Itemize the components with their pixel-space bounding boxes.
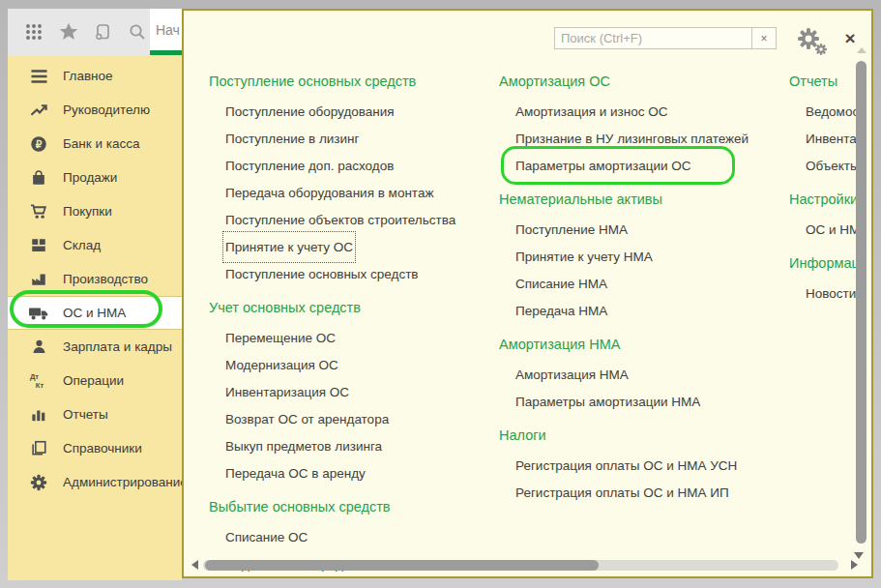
ruble-icon: ₽ [28,134,49,154]
sidebar-item-12[interactable]: Администрирование [8,465,182,499]
menu-item[interactable]: Передача НМА [515,298,607,324]
menu-item[interactable]: Поступление объектов строительства [225,207,455,233]
section-title[interactable]: Отчеты [789,72,863,91]
search-icon [128,22,147,42]
menu-item[interactable]: Поступление доп. расходов [225,153,394,179]
sidebar-item-2[interactable]: ₽Банк и касса [8,127,182,161]
menu-item-row: Признание в НУ лизинговых платежей [499,125,779,152]
sidebar-item-8[interactable]: Зарплата и кадры [8,330,182,364]
menu-item[interactable]: Возврат ОС от арендатора [225,406,389,432]
menu-section: НалогиРегистрация оплаты ОС и НМА УСНРег… [499,426,779,506]
menu-item[interactable]: Регистрация оплаты ОС и НМА УСН [515,453,737,479]
menu-item-row: Перемещение ОС [209,324,489,351]
menu-item-row: Амортизация и износ ОС [499,98,779,125]
toolbar-button-search-icon[interactable] [125,18,150,45]
settings-gears-icon[interactable] [796,27,831,56]
menu-item[interactable]: Амортизация и износ ОС [515,99,668,125]
section-title[interactable]: Амортизация ОС [499,72,779,91]
section-title[interactable]: Информац [789,253,863,273]
menu-item[interactable]: Амортизация НМА [515,362,629,388]
factory-icon [28,270,49,289]
sidebar-item-label: Операции [63,373,124,388]
sidebar-item-label: Производство [63,272,148,286]
search-box: × [554,27,777,49]
menu-item-row: Выкуп предметов лизинга [209,432,489,459]
menu-item[interactable]: Параметры амортизации ОС [515,153,690,179]
section-title[interactable]: Настройки [789,190,863,209]
menu-section: Амортизация ОСАмортизация и износ ОСПриз… [499,72,779,179]
menu-item-row: Поступление основных средств [209,260,489,287]
menu-item[interactable]: Модернизация ОС [225,352,338,378]
menu-item[interactable]: Списание НМА [515,271,607,297]
sidebar-item-5[interactable]: Склад [8,228,182,262]
search-input[interactable] [555,28,751,48]
vertical-scroll-thumb[interactable] [856,61,866,544]
menu-item[interactable]: Поступление основных средств [225,261,419,287]
menu-item[interactable]: Параметры амортизации НМА [515,389,700,415]
horizontal-scroll-track[interactable] [203,560,838,571]
menu-item-row: Принятие к учету НМА [499,243,779,270]
scroll-down-arrow[interactable] [854,552,864,559]
sidebar-item-1[interactable]: Руководителю [8,93,182,127]
menu-section: Учет основных средствПеремещение ОСМодер… [209,298,489,486]
scroll-left-arrow[interactable] [191,560,198,570]
toolbar-button-apps-grid-icon[interactable] [21,18,46,45]
section-title[interactable]: Поступление основных средств [209,72,489,91]
sidebar-item-10[interactable]: Отчеты [8,397,182,431]
menu-item[interactable]: Передача ОС в аренду [225,460,366,486]
menu-section: ОтчетыВедомостИнвентарОбъекты, [789,72,863,179]
menu-item[interactable]: Выкуп предметов лизинга [225,433,382,459]
sidebar-item-0[interactable]: Главное [8,59,182,93]
menu-item[interactable]: Принятие к учету ОС [225,234,353,260]
menu-item-row: Инвентар [789,125,863,152]
section-title[interactable]: Нематериальные активы [499,190,779,209]
toolbar-button-favorites-star-icon[interactable] [56,18,81,45]
tab-start-page[interactable]: Нач [150,9,182,55]
menu-item[interactable]: Принятие к учету НМА [515,244,653,270]
menu-item[interactable]: Признание в НУ лизинговых платежей [515,126,749,152]
vertical-scrollbar[interactable] [855,47,867,545]
section-menu-panel: × [182,9,873,578]
admin-gear-icon [28,473,49,492]
section-title[interactable]: Амортизация НМА [499,335,779,354]
menu-item[interactable]: Перемещение ОС [225,325,336,351]
section-title[interactable]: Выбытие основных средств [209,497,489,516]
menu-item[interactable]: Новости [806,280,856,307]
horizontal-scrollbar[interactable] [191,559,838,571]
menu-item[interactable]: Передача оборудования в монтаж [225,180,433,206]
menu-item-row: ОС и НМА [789,216,863,243]
menu-item[interactable]: Поступление в лизинг [225,126,359,152]
apps-grid-icon [24,22,44,42]
person-icon [28,338,49,357]
sidebar-item-11[interactable]: Справочники [8,431,182,465]
section-title[interactable]: Налоги [499,426,779,445]
sidebar-item-4[interactable]: Покупки [8,194,182,228]
sidebar-item-9[interactable]: ДтКтОперации [8,364,182,397]
menu-column-1: Амортизация ОСАмортизация и износ ОСПриз… [499,72,779,516]
toolbar-button-history-icon[interactable] [91,18,116,45]
menu-item[interactable]: Инвентаризация ОС [225,379,349,405]
section-title[interactable]: Учет основных средств [209,298,489,317]
sidebar-item-6[interactable]: Производство [8,262,182,296]
scroll-up-arrow[interactable] [857,47,866,53]
menu-section: Нематериальные активыПоступление НМАПрин… [499,190,779,324]
menu-item-row: Регистрация оплаты ОС и НМА ИП [499,479,779,506]
menu-column-0: Поступление основных средствПоступление … [209,72,489,588]
sidebar-item-label: Руководителю [63,103,150,117]
sidebar-item-label: Склад [63,238,101,252]
scroll-right-arrow[interactable] [851,560,858,570]
sidebar-item-7[interactable]: ОС и НМА [8,296,182,330]
search-clear-button[interactable]: × [751,28,776,48]
menu-item[interactable]: Регистрация оплаты ОС и НМА ИП [515,480,729,506]
boxes-icon [28,236,49,255]
menu-item[interactable]: Поступление оборудования [225,99,395,125]
sidebar-item-3[interactable]: Продажи [8,161,182,194]
panel-close-button[interactable]: × [839,28,861,49]
sidebar-item-label: Отчеты [63,407,108,422]
menu-section: Поступление основных средствПоступление … [209,72,489,287]
menu-item[interactable]: Списание ОС [225,524,308,550]
menu-item[interactable]: Поступление НМА [515,217,628,243]
sidebar-item-label: Администрирование [63,475,188,489]
menu-section: Амортизация НМААмортизация НМАПараметры … [499,335,779,415]
horizontal-scroll-thumb[interactable] [205,560,599,571]
